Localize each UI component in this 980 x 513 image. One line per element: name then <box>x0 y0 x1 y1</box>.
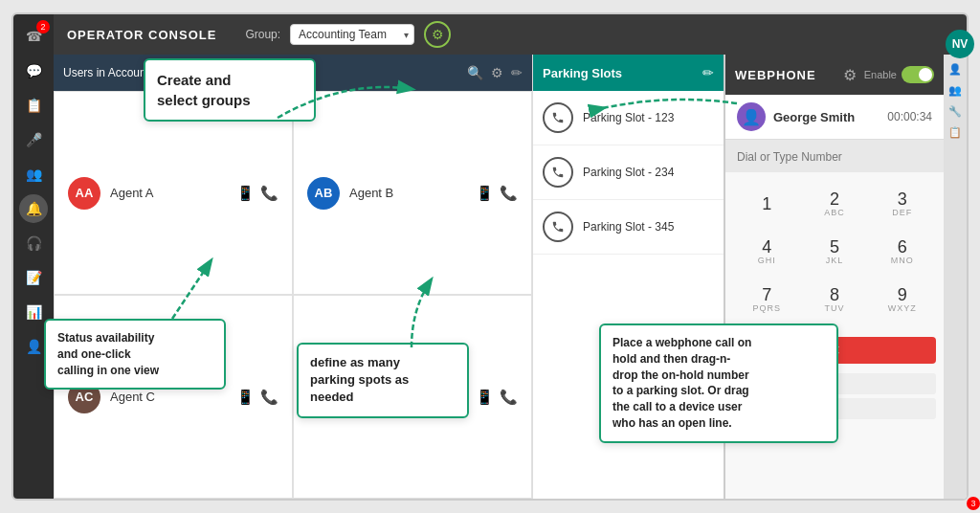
parking-phone-2 <box>543 157 573 188</box>
agent-name-b: Agent B <box>349 186 466 200</box>
annotation-webphone-text: Place a webphone call on hold and then d… <box>612 336 751 430</box>
right-icon-2[interactable]: 👥 <box>947 81 964 99</box>
device-icon-d: 📱 <box>476 389 494 406</box>
parking-title: Parking Slots <box>543 66 695 80</box>
agent-name-a: Agent A <box>110 186 227 200</box>
group-select-wrapper[interactable]: Accounting Team <box>290 24 414 45</box>
caller-avatar: 👤 <box>737 102 766 131</box>
parking-slot-3[interactable]: Parking Slot - 345 <box>533 200 724 255</box>
annotation-status-text: Status availability and one-click callin… <box>57 331 159 377</box>
console-title: OPERATOR CONSOLE <box>67 28 216 42</box>
nv-avatar[interactable]: NV <box>946 30 974 58</box>
search-icon[interactable]: 🔍 <box>467 65 483 80</box>
right-icon-3[interactable]: 🔧 <box>947 102 964 120</box>
sidebar-icon-notes[interactable]: 📝 <box>19 263 48 292</box>
dialkey-2[interactable]: 2ABC <box>801 180 869 228</box>
caller-info: 👤 George Smith 00:00:34 <box>725 95 944 140</box>
enable-switch[interactable] <box>902 66 934 83</box>
parking-slot-name-3: Parking Slot - 345 <box>583 220 674 234</box>
agent-b-icons: 📱 📞 <box>476 185 518 202</box>
dialkey-6[interactable]: 6MNO <box>868 228 936 276</box>
dialkey-3[interactable]: 3DEF <box>868 180 936 228</box>
call-icon-a[interactable]: 📞 <box>260 185 278 202</box>
edit-icon[interactable]: ✏ <box>511 65 523 80</box>
call-icon-d[interactable]: 📞 <box>500 389 518 406</box>
group-settings-icon[interactable]: ⚙ <box>424 21 451 48</box>
annotation-webphone: Place a webphone call on hold and then d… <box>599 323 838 443</box>
settings-icon[interactable]: ⚙ <box>491 65 503 80</box>
dial-input-area <box>725 140 944 172</box>
caller-time: 00:00:34 <box>887 110 932 123</box>
agent-card-b[interactable]: AB Agent B 📱 📞 <box>293 91 532 295</box>
dialkey-1[interactable]: 1 <box>733 180 801 228</box>
parking-slot-name-2: Parking Slot - 234 <box>583 166 674 179</box>
sidebar-icon-mic[interactable]: 🎤 <box>19 125 48 154</box>
dialkey-5[interactable]: 5JKL <box>801 228 869 276</box>
parking-edit-icon[interactable]: ✏ <box>702 65 714 80</box>
device-icon-c: 📱 <box>236 389 255 406</box>
left-sidebar: ☎ 💬 📋 🎤 👥 🔔 🎧 📝 📊 👤 <box>13 14 54 499</box>
group-label: Group: <box>245 28 280 41</box>
sidebar-icon-phone[interactable]: ☎ <box>19 22 48 51</box>
right-icon-4[interactable]: 📋 <box>947 123 964 141</box>
parking-slot-2[interactable]: Parking Slot - 234 <box>533 145 724 200</box>
device-icon-a: 📱 <box>236 185 255 202</box>
parking-slot-name-1: Parking Slot - 123 <box>583 111 674 124</box>
webphone-gear-icon[interactable]: ⚙ <box>843 66 857 84</box>
agents-grid: AA Agent A 📱 📞 AB Agent B <box>54 91 532 499</box>
parking-header: Parking Slots ✏ <box>533 55 724 91</box>
agent-a-icons: 📱 📞 <box>236 185 278 202</box>
device-icon-b: 📱 <box>476 185 494 202</box>
right-icon-1[interactable]: 👤 <box>947 60 964 78</box>
group-select[interactable]: Accounting Team <box>290 24 414 45</box>
dialpad: 1 2ABC 3DEF 4GHI 5JKL 6MNO 7PQRS 8TUV 9W… <box>725 172 944 331</box>
annotation-status: Status availability and one-click callin… <box>44 319 226 390</box>
agent-name-c: Agent C <box>110 390 227 404</box>
dialkey-9[interactable]: 9WXYZ <box>868 276 936 323</box>
sidebar-icon-headset[interactable]: 🎧 <box>19 229 48 257</box>
webphone-header: WEBPHONE ⚙ Enable <box>725 55 944 95</box>
agent-c-icons: 📱 📞 <box>236 389 278 406</box>
bell-badge: 3 <box>967 497 980 510</box>
caller-name: George Smith <box>773 110 880 124</box>
top-bar: OPERATOR CONSOLE Group: Accounting Team … <box>54 14 967 55</box>
dialkey-8[interactable]: 8TUV <box>801 276 869 323</box>
enable-label: Enable <box>864 69 897 80</box>
annotation-parking-text: define as many parking spots as needed <box>310 355 409 404</box>
enable-toggle[interactable]: Enable <box>864 66 934 83</box>
sidebar-icon-users[interactable]: 👥 <box>19 160 48 189</box>
parking-phone-1 <box>543 102 573 133</box>
annotation-create-groups: Create and select groups <box>144 58 316 122</box>
avatar-a: AA <box>68 177 100 210</box>
dialkey-4[interactable]: 4GHI <box>733 228 801 276</box>
parking-phone-3 <box>543 212 573 242</box>
dial-input[interactable] <box>737 150 932 164</box>
right-sidebar: 👤 👥 🔧 📋 <box>944 55 967 499</box>
parking-slot-1[interactable]: Parking Slot - 123 <box>533 91 724 145</box>
sidebar-icon-list[interactable]: 📋 <box>19 91 48 120</box>
sidebar-icon-ring[interactable]: 🔔 <box>19 194 48 223</box>
sidebar-icon-chat[interactable]: 💬 <box>19 56 48 85</box>
annotation-create-groups-text: Create and select groups <box>157 72 251 108</box>
call-icon-b[interactable]: 📞 <box>500 185 518 202</box>
call-icon-c[interactable]: 📞 <box>260 389 278 406</box>
annotation-parking: define as many parking spots as needed <box>297 343 469 418</box>
agent-d-icons: 📱 📞 <box>476 389 518 406</box>
webphone-title: WEBPHONE <box>735 68 835 82</box>
avatar-b: AB <box>307 177 340 210</box>
dialkey-7[interactable]: 7PQRS <box>733 276 801 323</box>
